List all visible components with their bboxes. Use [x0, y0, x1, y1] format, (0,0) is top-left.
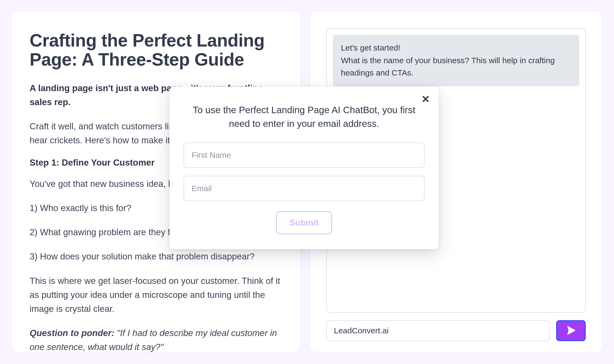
email-gate-modal: ✕ To use the Perfect Landing Page AI Cha…: [170, 87, 439, 249]
bot-message-line1: Let's get started!: [341, 42, 571, 54]
question-label: Question to ponder:: [30, 328, 117, 338]
submit-button[interactable]: Submit: [276, 211, 332, 234]
article-title: Crafting the Perfect Landing Page: A Thr…: [30, 31, 283, 69]
bot-message: Let's get started! What is the name of y…: [333, 35, 579, 86]
step1-q3: 3) How does your solution make that prob…: [30, 249, 283, 263]
page-root: Crafting the Perfect Landing Page: A Thr…: [0, 0, 614, 364]
first-name-field[interactable]: [184, 142, 425, 168]
chat-input[interactable]: [326, 320, 550, 341]
chat-input-row: [326, 320, 586, 341]
send-icon: [565, 325, 577, 337]
send-button[interactable]: [556, 320, 586, 341]
modal-heading: To use the Perfect Landing Page AI ChatB…: [189, 103, 419, 131]
close-icon[interactable]: ✕: [421, 94, 430, 104]
step1-focus: This is where we get laser-focused on yo…: [30, 274, 283, 316]
question-to-ponder: Question to ponder: "If I had to describ…: [30, 326, 283, 352]
email-field[interactable]: [184, 176, 425, 201]
bot-message-line2: What is the name of your business? This …: [341, 54, 571, 79]
